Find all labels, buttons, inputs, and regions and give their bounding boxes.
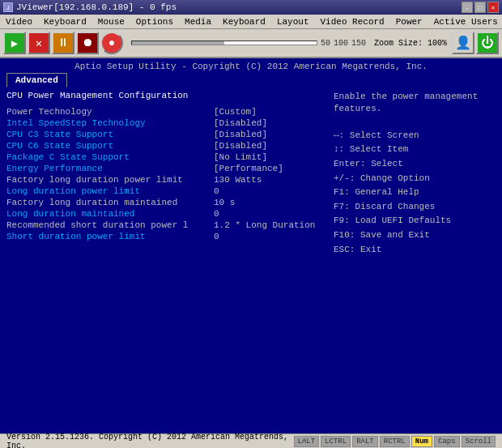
bios-row-2: CPU C3 State Support[Disabled] bbox=[6, 130, 327, 139]
bios-row-value-11[interactable]: 0 bbox=[214, 232, 327, 241]
key-help-list: ↔: Select Screen↕: Select ItemEnter: Sel… bbox=[334, 129, 496, 257]
menu-item-active-users[interactable]: Active Users bbox=[432, 17, 500, 27]
bios-header-text: Aptio Setup Utility - Copyright (C) 2012… bbox=[74, 62, 428, 71]
toolbar: ▶ ✕ ⏸ ⏺ ● 50 100 150 Zoom Size: 100% 👤 ⏻ bbox=[0, 29, 502, 58]
title-bar: J JViewer[192.168.0.189] - 0 fps – □ ✕ bbox=[0, 0, 502, 15]
zoom-50: 50 bbox=[321, 39, 330, 48]
bios-row-label-9: Long duration maintained bbox=[6, 209, 214, 219]
user-button[interactable]: 👤 bbox=[452, 32, 474, 54]
bios-row-label-2: CPU C3 State Support bbox=[6, 130, 214, 139]
bios-row-label-10: Recommended short duration power l bbox=[6, 220, 214, 230]
bios-row-5: Energy Performance[Performance] bbox=[6, 164, 327, 173]
zoom-bar: 50 100 150 bbox=[125, 39, 372, 48]
status-text: Version 2.15.1236. Copyright (C) 2012 Am… bbox=[6, 433, 294, 449]
tab-advanced[interactable]: Advanced bbox=[6, 73, 67, 87]
keyboard-status: LALTLCTRLRALTRCTRLNumCapsScroll bbox=[294, 436, 496, 447]
bios-row-3: CPU C6 State Support[Disabled] bbox=[6, 141, 327, 151]
zoom-slider[interactable] bbox=[131, 41, 317, 45]
bios-row-6: Factory long duration power limit130 Wat… bbox=[6, 175, 327, 185]
bios-row-label-4: Package C State Support bbox=[6, 152, 214, 162]
bios-row-label-7: Long duration power limit bbox=[6, 186, 214, 196]
bios-row-4: Package C State Support[No Limit] bbox=[6, 152, 327, 162]
key-lalt: LALT bbox=[294, 436, 320, 447]
bios-area: Aptio Setup Utility - Copyright (C) 2012… bbox=[0, 58, 502, 433]
status-bar: Version 2.15.1236. Copyright (C) 2012 Am… bbox=[0, 433, 502, 448]
dot-button[interactable]: ● bbox=[100, 32, 123, 54]
zoom-size-label: Zoom Size: 100% bbox=[374, 39, 447, 48]
zoom-100: 100 bbox=[334, 39, 348, 48]
bios-row-value-5[interactable]: [Performance] bbox=[214, 164, 327, 173]
bios-row-value-4[interactable]: [No Limit] bbox=[214, 152, 327, 162]
menu-item-video-record[interactable]: Video Record bbox=[318, 17, 387, 27]
bios-content: CPU Power Management Configuration Power… bbox=[0, 87, 502, 433]
record-button[interactable]: ⏺ bbox=[76, 32, 99, 54]
menu-item-keyboard[interactable]: Keyboard bbox=[220, 17, 268, 27]
bios-row-label-8: Factory long duration maintained bbox=[6, 198, 214, 207]
bios-row-value-10: 1.2 * Long Duration bbox=[214, 220, 327, 230]
bios-row-7: Long duration power limit0 bbox=[6, 186, 327, 196]
key-ralt: RALT bbox=[352, 436, 378, 447]
key-help-item-3: +/-: Change Option bbox=[334, 172, 496, 186]
menu-item-video[interactable]: Video bbox=[3, 17, 35, 27]
key-scroll: Scroll bbox=[462, 436, 496, 447]
maximize-button[interactable]: □ bbox=[474, 2, 486, 13]
power-button[interactable]: ⏻ bbox=[476, 32, 499, 54]
bios-rows: Power Technology[Custom]Intel SpeedStep … bbox=[6, 107, 327, 241]
bios-row-label-5: Energy Performance bbox=[6, 164, 214, 173]
app-icon: J bbox=[3, 2, 13, 12]
menu-item-options[interactable]: Options bbox=[134, 17, 176, 27]
pause-button[interactable]: ⏸ bbox=[52, 32, 74, 54]
bios-header: Aptio Setup Utility - Copyright (C) 2012… bbox=[0, 58, 502, 73]
key-caps: Caps bbox=[434, 436, 460, 447]
bios-help-text: Enable the power management features. bbox=[334, 91, 496, 116]
bios-row-value-0: [Custom] bbox=[214, 107, 327, 117]
bios-row-value-6: 130 Watts bbox=[214, 175, 327, 185]
bios-section-title: CPU Power Management Configuration bbox=[6, 91, 327, 100]
bios-row-label-1: Intel SpeedStep Technology bbox=[6, 118, 214, 128]
zoom-150: 150 bbox=[351, 39, 366, 48]
close-button[interactable]: ✕ bbox=[487, 2, 499, 13]
menu-item-power[interactable]: Power bbox=[394, 17, 425, 27]
bios-row-8: Factory long duration maintained10 s bbox=[6, 198, 327, 207]
key-lctrl: LCTRL bbox=[321, 436, 351, 447]
menu-item-layout[interactable]: Layout bbox=[274, 17, 312, 27]
menu-item-media[interactable]: Media bbox=[182, 17, 214, 27]
key-num: Num bbox=[411, 436, 432, 447]
window-title: JViewer[192.168.0.189] - 0 fps bbox=[16, 2, 177, 12]
key-help-item-8: ESC: Exit bbox=[334, 243, 496, 258]
bios-right-panel: Enable the power management features. ↔:… bbox=[334, 91, 496, 430]
bios-row-value-1[interactable]: [Disabled] bbox=[214, 118, 327, 128]
menu-item-keyboard[interactable]: Keyboard bbox=[41, 17, 89, 27]
stop-button[interactable]: ✕ bbox=[28, 32, 50, 54]
bios-row-11: Short duration power limit0 bbox=[6, 232, 327, 241]
bios-row-value-7[interactable]: 0 bbox=[214, 186, 327, 196]
bios-left-panel: CPU Power Management Configuration Power… bbox=[6, 91, 327, 430]
bios-row-10: Recommended short duration power l1.2 * … bbox=[6, 220, 327, 230]
bios-row-label-6: Factory long duration power limit bbox=[6, 175, 214, 185]
menu-bar: VideoKeyboardMouseOptionsMediaKeyboardLa… bbox=[0, 15, 502, 29]
minimize-button[interactable]: – bbox=[462, 2, 473, 13]
key-help-item-7: F10: Save and Exit bbox=[334, 228, 496, 243]
menu-item-mouse[interactable]: Mouse bbox=[96, 17, 127, 27]
bios-row-value-3[interactable]: [Disabled] bbox=[214, 141, 327, 151]
bios-row-label-3: CPU C6 State Support bbox=[6, 141, 214, 151]
key-help-item-4: F1: General Help bbox=[334, 186, 496, 200]
key-help-item-0: ↔: Select Screen bbox=[334, 129, 496, 143]
key-rctrl: RCTRL bbox=[380, 436, 410, 447]
play-button[interactable]: ▶ bbox=[3, 32, 26, 54]
key-help-item-6: F9: Load UEFI Defaults bbox=[334, 214, 496, 228]
bios-row-label-0: Power Technology bbox=[6, 107, 214, 117]
bios-row-1: Intel SpeedStep Technology[Disabled] bbox=[6, 118, 327, 128]
bios-row-9: Long duration maintained0 bbox=[6, 209, 327, 219]
bios-row-label-11: Short duration power limit bbox=[6, 232, 214, 241]
bios-row-value-2[interactable]: [Disabled] bbox=[214, 130, 327, 139]
bios-row-0: Power Technology[Custom] bbox=[6, 107, 327, 117]
key-help-item-5: F7: Discard Changes bbox=[334, 200, 496, 215]
bios-row-value-8: 10 s bbox=[214, 198, 327, 207]
bios-tab-bar: Advanced bbox=[0, 73, 502, 87]
key-help-item-2: Enter: Select bbox=[334, 157, 496, 172]
bios-row-value-9[interactable]: 0 bbox=[214, 209, 327, 219]
key-help-item-1: ↕: Select Item bbox=[334, 143, 496, 157]
